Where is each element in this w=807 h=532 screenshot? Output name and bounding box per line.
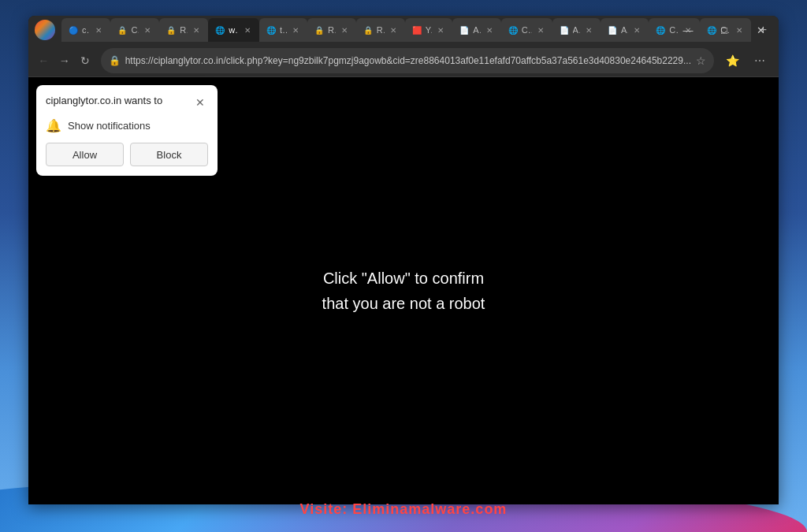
tab-favicon-6: 🔒 [314,24,325,35]
popup-close-button[interactable]: ✕ [192,95,208,110]
tab-favicon-13: 🌐 [655,24,666,35]
minimize-button[interactable]: — [670,16,706,44]
title-bar: 🔵 cont ✕ 🔒 Crip ✕ 🔒 Rep ✕ 🌐 www ✕ [28,16,779,44]
tab-close-6[interactable]: ✕ [339,24,350,35]
tab-bar: 🔵 cont ✕ 🔒 Crip ✕ 🔒 Rep ✕ 🌐 www ✕ [61,18,772,42]
tab-rep3[interactable]: 🔒 Rep ✕ [356,18,405,42]
tab-close-2[interactable]: ✕ [142,24,153,35]
forward-button[interactable]: → [56,48,74,73]
page-message-line2: that you are not a robot [322,291,485,316]
window-controls: — □ ✕ [670,16,779,44]
tab-favicon-9: 📄 [459,24,470,35]
tab-close-9[interactable]: ✕ [484,24,495,35]
tab-close-8[interactable]: ✕ [435,24,446,35]
tab-atte2[interactable]: 📄 Atte ✕ [552,18,601,42]
tab-label-11: Atte [573,25,580,35]
tab-label-8: You [426,25,433,35]
refresh-button[interactable]: ↻ [76,48,95,73]
tab-favicon-8: 🟥 [411,24,422,35]
tab-label-9: Atte [473,25,480,35]
tab-close-5[interactable]: ✕ [290,24,301,35]
address-bar[interactable]: 🔒 https://ciplanglytor.co.in/click.php?k… [101,48,714,73]
favorite-star-icon[interactable]: ☆ [696,54,706,67]
browser-window: 🔵 cont ✕ 🔒 Crip ✕ 🔒 Rep ✕ 🌐 www ✕ [28,16,779,504]
tab-close-1[interactable]: ✕ [93,24,104,35]
tab-rep1[interactable]: 🔒 Rep ✕ [159,18,208,42]
tab-close-10[interactable]: ✕ [535,24,546,35]
tab-cont[interactable]: 🔵 cont ✕ [61,18,110,42]
tab-close-4[interactable]: ✕ [242,24,253,35]
back-button[interactable]: ← [35,48,53,73]
collections-button[interactable]: ⭐ [720,48,746,73]
tab-favicon-1: 🔵 [68,24,79,35]
tab-click1[interactable]: 🌐 Click ✕ [501,18,552,42]
tab-close-11[interactable]: ✕ [583,24,594,35]
tab-label-12: Atte [621,25,628,35]
popup-notification-label: Show notifications [68,120,151,132]
popup-header: ciplanglytor.co.in wants to ✕ [46,95,208,110]
page-message-line1: Click "Allow" to confirm [322,266,485,291]
watermark-text: Visite: Eliminamalware.com [300,501,508,518]
popup-notification-row: 🔔 Show notifications [46,118,208,133]
toolbar: ← → ↻ 🔒 https://ciplanglytor.co.in/click… [28,44,779,77]
tab-atte3[interactable]: 📄 Atte ✕ [601,18,649,42]
notification-popup: ciplanglytor.co.in wants to ✕ 🔔 Show not… [36,85,218,176]
content-area: Click "Allow" to confirm that you are no… [28,77,779,504]
tab-tren[interactable]: 🌐 tren ✕ [259,18,307,42]
tab-crip[interactable]: 🔒 Crip ✕ [110,18,159,42]
tab-favicon-10: 🌐 [508,24,519,35]
tab-label-7: Rep [377,25,385,35]
popup-buttons: Allow Block [46,143,208,166]
tab-close-7[interactable]: ✕ [388,24,399,35]
url-text: https://ciplanglytor.co.in/click.php?key… [125,55,691,66]
close-button[interactable]: ✕ [742,16,779,44]
more-button[interactable]: ⋯ [747,48,772,73]
tab-label-5: tren [280,25,287,35]
tab-atte1[interactable]: 📄 Atte ✕ [452,18,500,42]
page-message: Click "Allow" to confirm that you are no… [322,266,485,316]
maximize-button[interactable]: □ [706,16,742,44]
tab-favicon-11: 📄 [559,24,570,35]
tab-favicon-12: 📄 [607,24,618,35]
tab-label-4: www [229,25,239,35]
tab-www-active[interactable]: 🌐 www ✕ [208,18,259,42]
tab-label-2: Crip [131,25,139,35]
tab-rep2[interactable]: 🔒 Rep ✕ [307,18,356,42]
tab-label-1: cont [82,25,90,35]
block-button[interactable]: Block [130,143,208,166]
tab-favicon-5: 🌐 [266,24,277,35]
tab-label-3: Rep [180,25,188,35]
tab-you[interactable]: 🟥 You ✕ [405,18,453,42]
tab-favicon-4: 🌐 [214,24,225,35]
tab-favicon-7: 🔒 [363,24,374,35]
profile-icon[interactable] [35,20,55,40]
toolbar-right-icons: ⭐ ⋯ [720,48,772,73]
tab-label-10: Click [522,25,532,35]
bell-icon: 🔔 [46,118,61,133]
tab-favicon-3: 🔒 [165,24,177,35]
tab-label-6: Rep [328,25,336,35]
popup-title: ciplanglytor.co.in wants to [46,95,162,106]
allow-button[interactable]: Allow [46,143,124,166]
tab-close-12[interactable]: ✕ [631,24,642,35]
tab-close-3[interactable]: ✕ [191,24,202,35]
tab-favicon-2: 🔒 [117,24,128,35]
lock-icon: 🔒 [109,55,121,66]
